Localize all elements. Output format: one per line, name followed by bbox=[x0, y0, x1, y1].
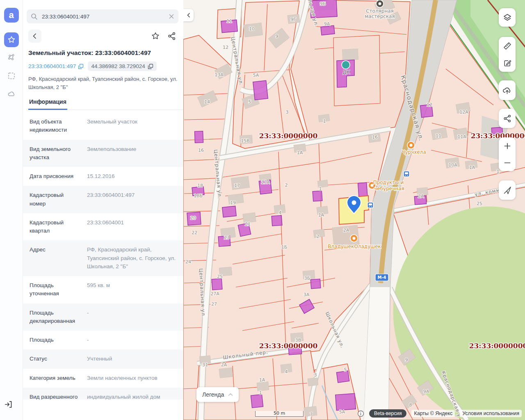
chevron-left-icon bbox=[186, 13, 191, 18]
house-number-label: 22 bbox=[192, 230, 197, 235]
house-number-label: 3 bbox=[286, 110, 289, 115]
info-icon[interactable] bbox=[357, 410, 364, 417]
cadastral-quarter-label: 23:33:0000000 bbox=[469, 342, 525, 350]
house-number-label: 20 bbox=[190, 215, 196, 221]
house-number-label: 5 bbox=[249, 99, 251, 105]
house-number-label: 16 bbox=[372, 135, 378, 140]
map-canvas[interactable]: ДК М-4 11109Г9Б9А91213А5А514311615В1А161… bbox=[183, 0, 525, 420]
house-number-label: 10 bbox=[249, 26, 255, 32]
house-number-label: 1А bbox=[469, 165, 475, 170]
bus-stop-icon[interactable] bbox=[368, 202, 373, 208]
upload-button[interactable] bbox=[499, 80, 516, 100]
house-number-label: 2А bbox=[343, 228, 349, 233]
clear-search-icon[interactable] bbox=[169, 14, 174, 19]
map-area[interactable]: ДК М-4 11109Г9Б9А91213А5А514311615В1А161… bbox=[183, 0, 525, 420]
page-title: Земельный участок: 23:33:0604001:497 bbox=[28, 49, 178, 57]
house-number-label: 1А bbox=[297, 150, 303, 155]
house-number-label: 5 bbox=[344, 367, 347, 372]
polygon-tool-button[interactable] bbox=[4, 50, 19, 65]
food-poi-dot bbox=[353, 237, 356, 240]
house-number-label: 1А bbox=[259, 377, 265, 383]
locate-me-button[interactable] bbox=[499, 180, 516, 200]
table-row: АдресРФ, Краснодарский край, Туапсинский… bbox=[23, 240, 183, 276]
cadastral-quarter-label: 23:33:0000000 bbox=[471, 132, 525, 140]
house-number-label: 2 bbox=[285, 183, 288, 188]
table-row: Площадь уточненная595 кв. м bbox=[23, 276, 183, 304]
house-number-label: 3 bbox=[314, 372, 317, 378]
house-number-label: 18 bbox=[197, 183, 203, 188]
copy-icon[interactable] bbox=[148, 64, 153, 69]
house-number-label: 12 bbox=[427, 102, 432, 107]
collapse-panel-button[interactable] bbox=[183, 9, 194, 21]
favorites-nav-button[interactable] bbox=[4, 32, 19, 47]
chevron-up-icon bbox=[228, 393, 233, 396]
edit-icon bbox=[503, 59, 512, 68]
house-number-label: 4 bbox=[279, 210, 282, 215]
layers-button[interactable] bbox=[499, 8, 516, 27]
house-number-label: 11 bbox=[436, 133, 441, 139]
tab-information[interactable]: Информация bbox=[28, 97, 67, 110]
poi-label: Продукты и bbox=[373, 180, 404, 185]
search-input[interactable] bbox=[41, 13, 165, 20]
house-number-label: 2 bbox=[317, 234, 320, 239]
highway-badge: М-4 bbox=[375, 274, 388, 281]
poi-label: Столярная bbox=[366, 8, 394, 14]
zoom-in-button[interactable] bbox=[499, 137, 516, 154]
app-logo[interactable]: a bbox=[4, 8, 19, 23]
back-button[interactable] bbox=[28, 30, 41, 43]
cloud-layers-button[interactable] bbox=[4, 87, 19, 101]
favorite-button[interactable] bbox=[150, 30, 161, 42]
copy-icon[interactable] bbox=[78, 64, 84, 69]
exit-icon bbox=[4, 399, 14, 409]
object-info-panel: Земельный участок: 23:33:0604001:497 23:… bbox=[23, 0, 183, 420]
table-row: СтатусУчтенный bbox=[23, 349, 183, 368]
house-number-label: 7 bbox=[310, 412, 313, 417]
table-row: Площадь декларированная- bbox=[23, 304, 183, 331]
house-number-label: 1Б bbox=[281, 244, 288, 250]
coordinates-chip[interactable]: 44.386982 38.729024 bbox=[88, 62, 156, 71]
house-number-label: 1 bbox=[319, 186, 322, 192]
dashed-square-icon bbox=[7, 71, 16, 80]
table-row: Дата присвоения15.12.2016 bbox=[23, 167, 183, 186]
cloud-icon bbox=[7, 89, 16, 98]
share-icon bbox=[167, 32, 176, 41]
search-bar[interactable] bbox=[27, 9, 178, 23]
star-outline-icon bbox=[151, 32, 160, 41]
cloud-upload-icon bbox=[502, 86, 512, 95]
house-number-label: 9Б bbox=[320, 1, 326, 7]
culture-house-icon[interactable] bbox=[342, 61, 350, 69]
house-number-label: 1А bbox=[318, 212, 324, 218]
legend-button[interactable]: Легенда bbox=[196, 387, 239, 402]
share-map-button[interactable] bbox=[499, 109, 516, 128]
cadastral-quarter-label: 23:33:0000000 bbox=[259, 132, 318, 140]
cadastral-number-link[interactable]: 23:33:0604001:497 bbox=[28, 63, 84, 69]
map-attribution[interactable]: Карты © Яндекс bbox=[411, 410, 455, 417]
measure-button[interactable] bbox=[499, 37, 516, 55]
house-number-label: 18Б bbox=[194, 193, 203, 199]
table-row: Вид объекта недвижимостиЗемельный участо… bbox=[23, 112, 183, 140]
share-icon bbox=[503, 114, 512, 123]
workshop-poi-dot bbox=[379, 2, 381, 5]
poi-label: Чурчхела bbox=[402, 149, 426, 155]
house-number-label: 17А bbox=[261, 180, 270, 185]
table-row: Вид разрешенного использованияиндивидуал… bbox=[23, 388, 183, 399]
house-number-label: 3Б bbox=[304, 276, 310, 281]
zoom-controls bbox=[499, 137, 516, 171]
culture-house-label: ДК bbox=[342, 69, 350, 75]
house-number-label: 9 bbox=[405, 357, 408, 363]
star-icon bbox=[7, 35, 16, 44]
table-row: Категория земельЗемли населенных пунктов bbox=[23, 369, 183, 388]
login-exit-button[interactable] bbox=[4, 399, 14, 411]
measure-draw-group bbox=[499, 37, 516, 72]
bus-stop-icon[interactable] bbox=[404, 171, 409, 177]
house-number-label: 9 bbox=[276, 34, 278, 39]
select-area-button[interactable] bbox=[4, 68, 19, 83]
zoom-out-button[interactable] bbox=[499, 154, 516, 171]
draw-button[interactable] bbox=[499, 55, 516, 72]
house-number-label: 3А bbox=[304, 292, 310, 297]
house-number-label: 14 bbox=[204, 99, 210, 105]
terms-link[interactable]: Условия использования bbox=[460, 410, 522, 417]
search-icon bbox=[31, 13, 38, 20]
share-button[interactable] bbox=[166, 30, 178, 42]
navigation-arrow-icon bbox=[503, 186, 512, 195]
